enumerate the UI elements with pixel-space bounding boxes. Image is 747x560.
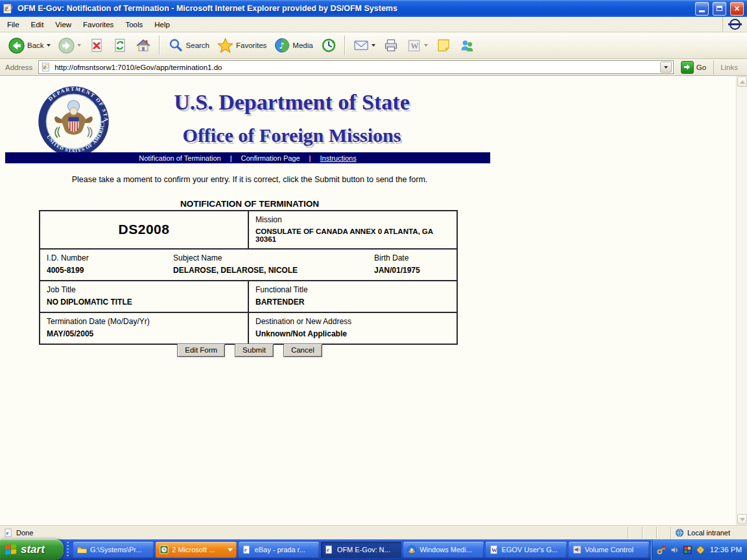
- edit-form-button[interactable]: Edit Form: [177, 344, 225, 357]
- table-row: DS2008 Mission CONSULATE OF CANADA ANNEX…: [40, 211, 456, 248]
- svg-text:♪: ♪: [279, 41, 284, 51]
- stop-button[interactable]: [86, 34, 108, 57]
- forward-icon: [58, 38, 75, 54]
- connection-diamond-icon[interactable]: [695, 544, 705, 555]
- toolbar-separator: [344, 36, 346, 55]
- favorites-label: Favorites: [236, 41, 267, 49]
- task-button-media-player[interactable]: Windows Medi...: [403, 542, 484, 558]
- nav-notification-of-termination[interactable]: Notification of Termination: [139, 154, 220, 162]
- go-label[interactable]: Go: [696, 64, 706, 71]
- address-input[interactable]: e http://ofmsntsorw1:7010/eGov/app/termi…: [38, 60, 674, 74]
- address-dropdown-button[interactable]: [660, 62, 672, 73]
- task-button-volume[interactable]: Volume Control: [569, 542, 649, 558]
- nav-confirmation-page[interactable]: Confirmation Page: [241, 154, 300, 162]
- cancel-button[interactable]: Cancel: [283, 344, 322, 357]
- forward-dropdown-icon[interactable]: [77, 44, 81, 47]
- address-label: Address: [3, 64, 35, 71]
- destination-value: Unknown/Not Applicable: [255, 329, 450, 338]
- forward-button[interactable]: [55, 34, 84, 57]
- task-button-ofm-egov[interactable]: e OFM E-Gov: N...: [321, 542, 401, 558]
- birth-date-value: JAN/01/1975: [374, 266, 450, 275]
- back-dropdown-icon[interactable]: [47, 44, 51, 47]
- nav-separator: |: [309, 154, 311, 162]
- history-button[interactable]: [318, 34, 340, 57]
- home-icon: [136, 38, 151, 53]
- start-button[interactable]: start: [0, 539, 64, 560]
- links-label: Links: [720, 64, 738, 71]
- network-key-icon[interactable]: [657, 544, 667, 555]
- subject-name-field: Subject Name DELAROSE, DELAROSE, NICOLE: [173, 253, 374, 275]
- restore-button[interactable]: [713, 2, 726, 16]
- menu-file[interactable]: File: [1, 18, 25, 31]
- menu-tools[interactable]: Tools: [119, 18, 148, 31]
- minimize-button[interactable]: [695, 2, 709, 16]
- home-button[interactable]: [132, 34, 154, 57]
- task-button-explorer[interactable]: G:\Systems\Pr...: [73, 542, 154, 558]
- task-label: Volume Control: [585, 546, 634, 554]
- destination-label: Destination or New Address: [255, 317, 450, 326]
- print-button[interactable]: [380, 34, 402, 57]
- search-button[interactable]: Search: [165, 34, 213, 57]
- windows-flag-icon: [5, 544, 17, 555]
- edit-with-word-button[interactable]: W: [403, 34, 431, 57]
- back-icon: [8, 38, 25, 54]
- status-bar: e Done Local intranet: [0, 525, 747, 539]
- tray-volume-icon[interactable]: [670, 545, 679, 555]
- task-label: eBay - prada r...: [255, 546, 305, 554]
- refresh-button[interactable]: [109, 34, 131, 57]
- form-code: DS2008: [119, 222, 170, 237]
- menu-edit[interactable]: Edit: [25, 18, 50, 31]
- start-label: start: [21, 543, 45, 556]
- links-bar[interactable]: Links: [713, 60, 744, 75]
- menu-view[interactable]: View: [49, 18, 77, 31]
- confirmation-message: Please take a moment to confirm your ent…: [0, 175, 499, 184]
- go-arrow-icon: [683, 63, 691, 71]
- browser-brand-area: [722, 17, 747, 32]
- menu-favorites[interactable]: Favorites: [77, 18, 119, 31]
- close-icon: ×: [734, 4, 739, 13]
- title-bar: e OFM E-Gov: Notification of Termination…: [0, 0, 747, 17]
- nav-separator: |: [230, 154, 232, 162]
- volume-icon: [573, 545, 582, 554]
- close-button[interactable]: ×: [730, 2, 744, 16]
- word-edit-icon: W: [407, 38, 421, 53]
- scroll-up-button[interactable]: [737, 76, 747, 87]
- window-title: OFM E-Gov: Notification of Termination -…: [18, 4, 691, 13]
- edit-dropdown-icon[interactable]: [424, 44, 428, 47]
- display-grid-icon[interactable]: [683, 545, 692, 555]
- media-label: Media: [292, 41, 313, 49]
- go-button[interactable]: [681, 61, 694, 74]
- task-label: G:\Systems\Pr...: [90, 546, 141, 554]
- discuss-button[interactable]: [433, 34, 455, 57]
- media-icon: ♪: [274, 38, 290, 53]
- task-label: Windows Medi...: [420, 546, 472, 554]
- messenger-button[interactable]: [456, 34, 479, 57]
- back-button[interactable]: Back: [5, 34, 54, 57]
- functional-title-cell: Functional Title BARTENDER: [249, 281, 456, 312]
- nav-instructions-link[interactable]: Instructions: [320, 154, 356, 162]
- history-icon: [321, 38, 337, 53]
- task-button-group-microsoft[interactable]: 2 Microsoft ...: [156, 542, 236, 558]
- ie-logo-icon: e: [3, 3, 14, 14]
- submit-button[interactable]: Submit: [235, 344, 274, 357]
- minimize-icon: [699, 10, 705, 12]
- search-icon: [168, 38, 184, 53]
- media-button[interactable]: ♪ Media: [271, 34, 316, 57]
- task-button-word-doc[interactable]: W EGOV User's G...: [486, 542, 566, 558]
- termination-date-cell: Termination Date (Mo/Day/Yr) MAY/05/2005: [40, 313, 249, 344]
- ie-page-icon: e: [325, 545, 334, 554]
- mail-icon: [353, 38, 369, 53]
- task-button-ebay[interactable]: e eBay - prada r...: [239, 542, 319, 558]
- system-tray: 12:36 PM: [651, 539, 747, 560]
- taskbar-drag-handle[interactable]: [65, 542, 70, 557]
- favorites-button[interactable]: Favorites: [214, 34, 270, 57]
- scroll-down-button[interactable]: [737, 514, 747, 524]
- mail-dropdown-icon[interactable]: [372, 44, 375, 47]
- vertical-scrollbar[interactable]: [736, 76, 747, 525]
- taskbar-clock[interactable]: 12:36 PM: [710, 546, 742, 554]
- id-number-value: 4005-8199: [47, 266, 173, 275]
- address-bar: Address e http://ofmsntsorw1:7010/eGov/a…: [0, 59, 747, 76]
- menu-help[interactable]: Help: [148, 18, 176, 31]
- subject-name-value: DELAROSE, DELAROSE, NICOLE: [173, 266, 374, 275]
- mail-button[interactable]: [350, 34, 379, 57]
